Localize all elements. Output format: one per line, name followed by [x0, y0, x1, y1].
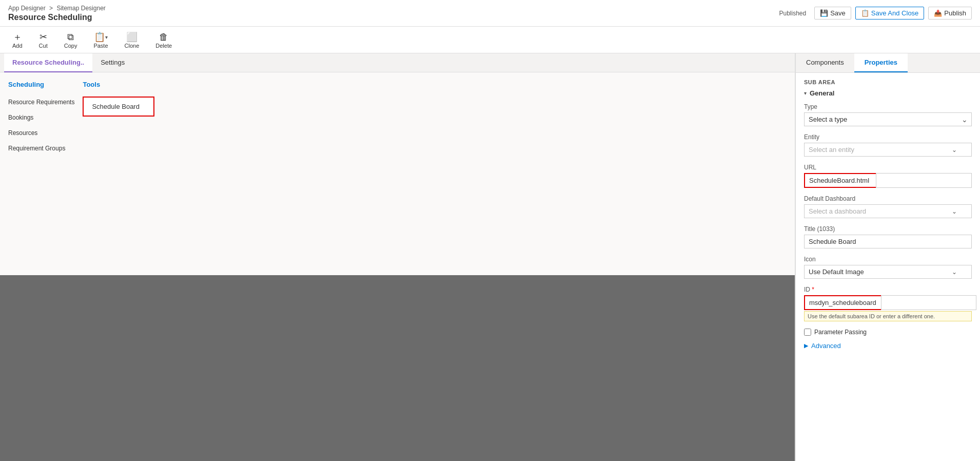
paste-label: Paste [93, 43, 108, 49]
entity-placeholder: Select an entity [809, 146, 854, 153]
right-panel-body: SUB AREA ▾ General Type Select a type En… [796, 73, 980, 461]
dashboard-select[interactable]: Select a dashboard ⌄ [804, 204, 972, 218]
sitemap-tools-column: Tools Schedule Board [83, 81, 154, 267]
right-panel-tabs: Components Properties [796, 53, 980, 73]
icon-value: Use Default Image [809, 268, 864, 276]
type-label: Type [804, 103, 972, 110]
icon-select[interactable]: Use Default Image ⌄ [804, 265, 972, 279]
general-section-label: General [810, 89, 834, 97]
gray-area [0, 275, 795, 462]
title-field-group: Title (1033) [804, 225, 972, 248]
toolbar-cut[interactable]: ✂ Cut [35, 30, 52, 51]
tab-resource-scheduling[interactable]: Resource Scheduling.. [4, 53, 92, 72]
toolbar-copy[interactable]: ⧉ Copy [60, 30, 82, 51]
dashboard-field-group: Default Dashboard Select a dashboard ⌄ [804, 195, 972, 218]
breadcrumb-sep: > [49, 5, 53, 12]
add-icon: ＋ [13, 32, 22, 42]
toolbar-clone[interactable]: ⬜ Clone [121, 30, 144, 51]
dashboard-chevron-down-icon: ⌄ [952, 208, 957, 215]
save-icon: 💾 [820, 9, 828, 17]
url-input-group [804, 173, 972, 188]
tab-resource-scheduling-label: Resource Scheduling.. [12, 59, 84, 66]
cut-icon: ✂ [40, 32, 47, 42]
url-input-right[interactable] [876, 173, 972, 188]
parameter-passing-row: Parameter Passing [804, 329, 972, 336]
icon-field-group: Icon Use Default Image ⌄ [804, 256, 972, 279]
sitemap-item-resource-requirements[interactable]: Resource Requirements [8, 97, 74, 108]
copy-icon: ⧉ [67, 32, 74, 42]
type-select-wrapper: Select a type [804, 112, 972, 126]
general-section-header[interactable]: ▾ General [804, 89, 972, 97]
icon-chevron-down-icon: ⌄ [952, 268, 957, 276]
advanced-label: Advanced [811, 342, 841, 350]
url-field-group: URL [804, 164, 972, 188]
top-bar-right: Published 💾 Save 📋 Save And Close 📤 Publ… [779, 7, 972, 20]
url-label: URL [804, 164, 972, 171]
toolbar-delete[interactable]: 🗑 Delete [151, 30, 176, 51]
tab-settings-label: Settings [101, 59, 125, 66]
top-bar: App Designer > Sitemap Designer Resource… [0, 0, 980, 27]
parameter-passing-label: Parameter Passing [814, 329, 867, 336]
save-close-label: Save And Close [871, 9, 919, 17]
delete-icon: 🗑 [159, 32, 168, 42]
entity-select[interactable]: Select an entity ⌄ [804, 143, 972, 157]
save-and-close-button[interactable]: 📋 Save And Close [855, 7, 925, 20]
tab-properties[interactable]: Properties [854, 53, 908, 72]
sitemap-group-title: Scheduling [8, 81, 74, 88]
save-button[interactable]: 💾 Save [814, 7, 851, 20]
entity-field-group: Entity Select an entity ⌄ [804, 133, 972, 157]
publish-label: Publish [944, 9, 966, 17]
sitemap-item-resources[interactable]: Resources [8, 127, 74, 139]
right-panel: Components Properties SUB AREA ▾ General… [795, 53, 980, 461]
sitemap-nav-column: Scheduling Resource Requirements Booking… [8, 81, 74, 267]
tab-properties-label: Properties [865, 59, 897, 66]
app-title: Resource Scheduling [8, 13, 106, 22]
id-label: ID [804, 286, 972, 293]
save-label: Save [830, 9, 846, 17]
toolbar-paste[interactable]: 📋 ▾ Paste [89, 30, 112, 51]
clone-icon: ⬜ [126, 32, 138, 42]
sitemap-tabs: Resource Scheduling.. Settings [0, 53, 795, 72]
entity-chevron-down-icon: ⌄ [952, 146, 957, 153]
advanced-section[interactable]: ▶ Advanced [804, 342, 972, 350]
id-input-group [804, 295, 972, 310]
general-chevron-icon: ▾ [804, 90, 807, 96]
type-select[interactable]: Select a type [804, 112, 972, 126]
breadcrumb-app[interactable]: App Designer [8, 5, 46, 12]
id-input-left[interactable] [804, 295, 881, 310]
published-status: Published [779, 10, 806, 17]
schedule-board-item[interactable]: Schedule Board [83, 97, 154, 117]
add-label: Add [12, 43, 23, 49]
sitemap-item-bookings[interactable]: Bookings [8, 112, 74, 123]
toolbar-add[interactable]: ＋ Add [8, 30, 27, 51]
dashboard-label: Default Dashboard [804, 195, 972, 202]
tab-components[interactable]: Components [796, 53, 854, 72]
paste-arrow: ▾ [105, 34, 108, 40]
cut-label: Cut [39, 43, 48, 49]
main-area: Resource Scheduling.. Settings Schedulin… [0, 53, 980, 461]
parameter-passing-checkbox[interactable] [804, 329, 811, 336]
entity-label: Entity [804, 133, 972, 141]
sitemap-item-requirement-groups[interactable]: Requirement Groups [8, 143, 74, 154]
title-input[interactable] [804, 235, 972, 248]
advanced-arrow-icon: ▶ [804, 342, 808, 349]
section-title-subarea: SUB AREA [804, 79, 972, 85]
dashboard-placeholder: Select a dashboard [809, 207, 866, 215]
clone-label: Clone [125, 43, 140, 49]
id-field-group: ID Use the default subarea ID or enter a… [804, 286, 972, 321]
publish-icon: 📤 [934, 9, 942, 17]
delete-label: Delete [155, 43, 172, 49]
url-input-left[interactable] [804, 173, 876, 188]
left-panel: Resource Scheduling.. Settings Schedulin… [0, 53, 795, 461]
paste-icon: 📋 [94, 32, 105, 42]
publish-button[interactable]: 📤 Publish [928, 7, 972, 20]
icon-label: Icon [804, 256, 972, 263]
sitemap-tools-title: Tools [83, 81, 154, 88]
title-label: Title (1033) [804, 225, 972, 233]
id-input-right[interactable] [881, 295, 976, 310]
schedule-board-label: Schedule Board [92, 103, 140, 110]
type-field-group: Type Select a type [804, 103, 972, 126]
tab-components-label: Components [806, 59, 844, 66]
tab-settings[interactable]: Settings [92, 53, 133, 72]
top-bar-left: App Designer > Sitemap Designer Resource… [8, 5, 106, 22]
